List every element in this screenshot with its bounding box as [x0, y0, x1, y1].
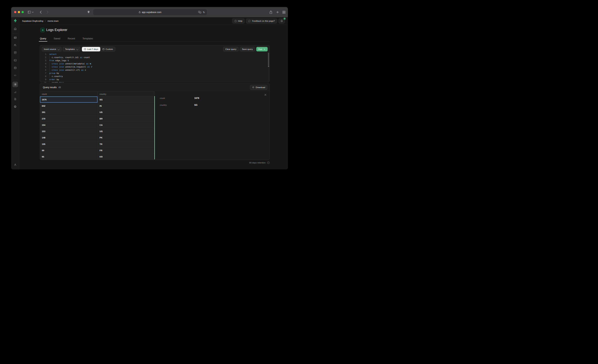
- cell-country[interactable]: IN: [98, 103, 154, 109]
- detail-value: 1676: [194, 97, 199, 99]
- sidebar-item-home[interactable]: [12, 26, 18, 32]
- window-close-button[interactable]: [14, 11, 16, 13]
- cell-count[interactable]: 1676: [40, 97, 98, 103]
- cell-country[interactable]: SG: [98, 97, 154, 103]
- sql-editor[interactable]: 1select2 c.country, count(t.id) as count…: [40, 53, 269, 82]
- cell-country[interactable]: FR: [98, 147, 154, 154]
- breadcrumb-org[interactable]: Supabase Dogfooding: [22, 20, 43, 22]
- sidebar-item-settings[interactable]: ⚙: [12, 104, 18, 109]
- code-line[interactable]: 7group by: [40, 72, 269, 75]
- tab-query[interactable]: Query: [39, 36, 47, 41]
- notifications-button[interactable]: [279, 18, 285, 24]
- run-button[interactable]: Run: [256, 47, 268, 51]
- line-number: 3: [40, 59, 49, 62]
- code-line[interactable]: 1select: [40, 53, 269, 56]
- tab-templates[interactable]: Templates: [81, 36, 94, 41]
- cell-count[interactable]: 99: [40, 147, 98, 154]
- breadcrumb-project[interactable]: meme.town: [48, 20, 58, 22]
- column-header-count[interactable]: count: [40, 92, 98, 96]
- cell-country[interactable]: BR: [98, 116, 154, 122]
- page-title: Logs Explorer: [46, 28, 67, 32]
- column-header-country[interactable]: country: [98, 92, 154, 96]
- retention-note: 90 days retention ?: [40, 162, 270, 164]
- cell-count[interactable]: 270: [40, 116, 98, 122]
- sidebar-item-storage[interactable]: [12, 50, 18, 56]
- editor-scrollbar-thumb[interactable]: [268, 53, 269, 66]
- clear-query-button[interactable]: Clear query: [223, 47, 238, 51]
- query-results-panel: Query results 48 Download count country …: [40, 83, 270, 160]
- cell-count[interactable]: 842: [40, 103, 98, 109]
- close-detail-icon[interactable]: [264, 94, 266, 96]
- address-bar[interactable]: app.supabase.com A✦ ↻: [93, 9, 207, 15]
- sidebar-item-docs[interactable]: [12, 96, 18, 102]
- sidebar-item-api[interactable]: [12, 73, 18, 78]
- cell-country[interactable]: TR: [98, 141, 154, 147]
- sidebar-item-sql-editor[interactable]: [12, 57, 18, 63]
- line-number: 4: [40, 62, 49, 65]
- sidebar-item-reports[interactable]: [12, 89, 18, 95]
- sidebar-item-authentication[interactable]: [12, 42, 18, 48]
- results-title: Query results: [43, 86, 57, 89]
- sidebar-divider: [13, 33, 18, 33]
- shield-icon[interactable]: [87, 7, 90, 17]
- templates-button[interactable]: Templates: [63, 47, 80, 51]
- cell-count[interactable]: 391: [40, 109, 98, 116]
- sidebar-item-table-editor[interactable]: [12, 35, 18, 40]
- reload-icon[interactable]: ↻: [203, 11, 205, 14]
- browser-window: app.supabase.com A✦ ↻: [11, 7, 288, 169]
- code-line[interactable]: 5 cross join unnest(m.request) as r: [40, 65, 269, 68]
- code-line[interactable]: 4 cross join unnest(metadata) as m: [40, 62, 269, 65]
- time-range-label: Last 7 days: [87, 48, 98, 50]
- cell-country[interactable]: KR: [98, 154, 154, 160]
- code-line[interactable]: 2 c.country, count(t.id) as count: [40, 56, 269, 59]
- bell-icon: [280, 20, 283, 23]
- cell-count[interactable]: 95: [40, 154, 98, 160]
- sidebar-item-logs-explorer[interactable]: [12, 82, 18, 87]
- app-header: Supabase Dogfooding / meme.town ? Help F…: [19, 17, 288, 25]
- clock-icon: [84, 48, 86, 50]
- editor-scrollbar-handle[interactable]: [268, 66, 269, 67]
- cell-country[interactable]: CA: [98, 122, 154, 128]
- custom-range-label: Custom: [106, 48, 113, 50]
- play-icon: [264, 48, 266, 50]
- last-7-days-button[interactable]: Last 7 days: [82, 47, 100, 51]
- clear-query-label: Clear query: [225, 48, 236, 50]
- back-button[interactable]: [39, 7, 42, 17]
- cell-count[interactable]: 148: [40, 135, 98, 141]
- code-line[interactable]: 6 cross join unnest(r.cf) as c: [40, 68, 269, 72]
- tab-overview-icon[interactable]: [282, 7, 286, 17]
- new-tab-icon[interactable]: [276, 7, 279, 17]
- feedback-button[interactable]: Feedback on this page?: [246, 18, 277, 24]
- chevron-down-icon[interactable]: [32, 7, 34, 17]
- save-query-button[interactable]: Save query: [240, 47, 255, 51]
- window-zoom-button[interactable]: [22, 11, 24, 13]
- download-button[interactable]: Download: [250, 85, 267, 90]
- forward-button[interactable]: [46, 7, 49, 17]
- save-query-label: Save query: [242, 48, 253, 50]
- insert-source-button[interactable]: Insert source: [42, 47, 61, 51]
- sidebar-item-account[interactable]: [12, 162, 18, 168]
- code-line[interactable]: 3from edge_logs t: [40, 59, 269, 62]
- code-line[interactable]: 8 c.country: [40, 75, 269, 78]
- code-line[interactable]: 10 count desc: [40, 81, 269, 82]
- code-line[interactable]: 9order by: [40, 78, 269, 81]
- cell-country[interactable]: UG: [98, 128, 154, 135]
- sidebar-item-database[interactable]: [12, 65, 18, 71]
- tab-recent[interactable]: Recent: [67, 36, 76, 41]
- window-minimize-button[interactable]: [18, 11, 20, 13]
- cell-country[interactable]: PK: [98, 135, 154, 141]
- cell-count[interactable]: 153: [40, 128, 98, 135]
- question-circle-icon[interactable]: ?: [267, 162, 270, 164]
- cell-count[interactable]: 105: [40, 141, 98, 147]
- line-number: 10: [40, 81, 49, 82]
- custom-range-button[interactable]: Custom: [100, 47, 115, 51]
- help-button[interactable]: ? Help: [232, 18, 245, 24]
- translate-icon[interactable]: A✦: [198, 11, 201, 14]
- supabase-logo[interactable]: [13, 19, 17, 23]
- cell-count[interactable]: 154: [40, 122, 98, 128]
- sidebar-toggle-icon[interactable]: [27, 7, 31, 17]
- share-icon[interactable]: [269, 7, 273, 17]
- supabase-app: ⚙ Supabase Dogfooding / meme.town ? Help…: [11, 17, 288, 169]
- cell-country[interactable]: US: [98, 109, 154, 116]
- tab-saved[interactable]: Saved: [53, 36, 61, 41]
